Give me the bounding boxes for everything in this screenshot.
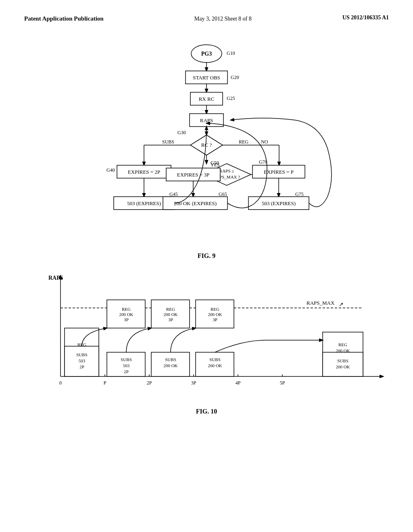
svg-text:503: 503 [123, 363, 130, 368]
svg-text:200 OK: 200 OK [208, 363, 222, 368]
svg-text:200 OK: 200 OK [208, 312, 222, 317]
publication-title: Patent Application Publication [24, 15, 104, 23]
svg-text:3P: 3P [213, 317, 217, 322]
fig9-svg: PG3 G10 START OBS G20 RX RC G25 [69, 35, 344, 249]
svg-text:PG3: PG3 [201, 51, 212, 57]
svg-text:G65: G65 [219, 191, 227, 197]
svg-text:SUBS: SUBS [162, 139, 174, 145]
svg-text:SUBS: SUBS [121, 357, 132, 362]
svg-text:3P: 3P [124, 317, 129, 322]
svg-text:G20: G20 [231, 75, 239, 80]
svg-text:2P: 2P [79, 364, 84, 369]
svg-text:P: P [104, 380, 106, 386]
svg-text:EXPIRES = P: EXPIRES = P [264, 169, 294, 175]
svg-text:200 OK: 200 OK [163, 312, 177, 317]
main-content: PG3 G10 START OBS G20 RX RC G25 [0, 23, 413, 426]
svg-text:↗: ↗ [339, 301, 344, 308]
svg-text:200 OK: 200 OK [163, 363, 177, 368]
svg-text:503 (EXPIRES): 503 (EXPIRES) [127, 200, 161, 206]
svg-text:G30: G30 [177, 130, 186, 135]
svg-text:200 OK: 200 OK [336, 364, 350, 369]
svg-text:RAPS_MAX: RAPS_MAX [307, 300, 335, 306]
svg-text:START OBS: START OBS [193, 75, 220, 81]
svg-text:REG: REG [211, 307, 219, 312]
svg-text:503: 503 [79, 358, 86, 363]
svg-text:RAPS: RAPS [48, 275, 63, 281]
svg-text:G25: G25 [227, 96, 235, 101]
fig9-label: FIG. 9 [24, 252, 389, 260]
fig10-container: RAPS 0 P 2P 3P 4P 5P RAP [24, 268, 389, 405]
svg-text:G75: G75 [295, 191, 304, 197]
fig10-label: FIG. 10 [24, 408, 389, 415]
svg-text:503 (EXPIRES): 503 (EXPIRES) [262, 200, 296, 206]
svg-text:REG: REG [166, 307, 175, 312]
svg-text:G45: G45 [169, 191, 178, 197]
fig10-svg: RAPS 0 P 2P 3P 4P 5P RAP [40, 268, 389, 405]
svg-text:G10: G10 [227, 50, 235, 56]
svg-text:REG: REG [239, 139, 248, 145]
svg-text:REG: REG [338, 342, 347, 347]
svg-text:RC ?: RC ? [201, 142, 212, 148]
svg-text:RAPS ≤: RAPS ≤ [219, 168, 234, 173]
svg-text:2P: 2P [147, 380, 152, 386]
svg-text:SUBS: SUBS [76, 352, 88, 357]
svg-text:4P: 4P [236, 380, 241, 386]
svg-text:0: 0 [59, 380, 62, 386]
svg-text:SUBS: SUBS [337, 358, 348, 363]
svg-text:SUBS: SUBS [165, 357, 176, 362]
svg-text:G50: G50 [211, 160, 219, 166]
svg-text:NO: NO [261, 139, 268, 145]
page: Patent Application Publication May 3, 20… [0, 0, 413, 532]
svg-text:5P: 5P [280, 380, 285, 386]
svg-text:200 OK: 200 OK [119, 312, 133, 317]
fig9-container: PG3 G10 START OBS G20 RX RC G25 [24, 35, 389, 249]
sheet-info: May 3, 2012 Sheet 8 of 8 [194, 15, 252, 23]
svg-text:2P: 2P [124, 369, 129, 374]
svg-text:3P: 3P [191, 380, 196, 386]
svg-text:REG: REG [122, 307, 131, 312]
svg-text:RAPS: RAPS [200, 117, 213, 123]
patent-number: US 2012/106335 A1 [342, 15, 389, 21]
svg-text:G40: G40 [106, 167, 115, 173]
svg-text:EXPIRES = 2P: EXPIRES = 2P [128, 169, 160, 175]
svg-text:200 OK (EXPIRES): 200 OK (EXPIRES) [174, 200, 217, 206]
svg-text:SUBS: SUBS [209, 357, 221, 362]
svg-text:RX RC: RX RC [199, 96, 215, 102]
svg-text:EXPIRES = 3P: EXPIRES = 3P [177, 172, 209, 178]
page-header: Patent Application Publication May 3, 20… [0, 0, 413, 23]
svg-text:3P: 3P [168, 317, 173, 322]
